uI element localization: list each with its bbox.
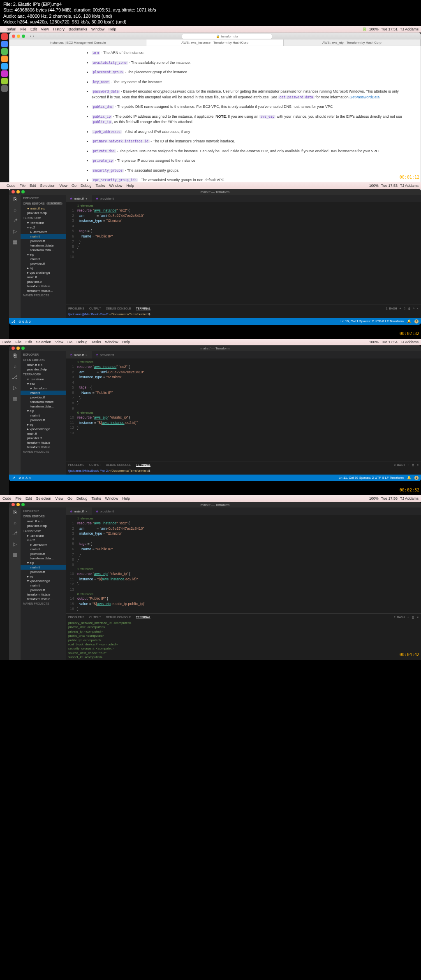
menu-edit[interactable]: Edit — [25, 340, 32, 344]
menu-window[interactable]: Window — [91, 27, 104, 31]
tree-file[interactable]: provider.tf — [21, 395, 66, 400]
editor-tab[interactable]: ⬘main.tf× — [66, 351, 92, 358]
menu-file[interactable]: File — [20, 184, 26, 188]
tree-file[interactable]: main.tf — [21, 391, 66, 395]
bell-icon[interactable]: 🔔 — [407, 319, 411, 324]
tree-folder[interactable]: .terraform — [21, 542, 66, 547]
tree-folder[interactable]: sg — [21, 422, 66, 427]
tree-folder[interactable]: vpc-challenge — [21, 579, 66, 583]
tree-file[interactable]: main.tf — [21, 565, 66, 570]
status-cursor[interactable]: Ln 10, Col 1 Spaces: 2 UTF-8 LF Terrafor… — [340, 319, 404, 324]
dock-app[interactable] — [1, 70, 8, 77]
tree-file[interactable]: main.tf — [21, 234, 66, 239]
scm-icon[interactable]: ⎇ — [12, 531, 18, 537]
editor-tab[interactable]: ⬘main.tf● — [66, 195, 92, 202]
tree-folder[interactable]: sg — [21, 574, 66, 579]
menu-edit[interactable]: Edit — [30, 184, 36, 188]
editor-tab[interactable]: ⬘provider.tf — [92, 507, 118, 515]
tree-file[interactable]: terraform.tfstate — [21, 243, 66, 248]
tree-folder[interactable]: ec2 — [21, 538, 66, 542]
window-controls[interactable] — [12, 347, 25, 350]
tree-folder[interactable]: vpc-challenge — [21, 427, 66, 431]
tree-file[interactable]: terraform.tfstate — [21, 284, 66, 289]
maven-header[interactable]: MAVEN PROJECTS — [21, 449, 66, 454]
tree-folder[interactable]: sg — [21, 266, 66, 270]
dock-app[interactable] — [1, 85, 8, 92]
menu-app[interactable]: Safari — [7, 27, 16, 31]
browser-tab[interactable]: AWS: aws_instance - Terraform by HashiCo… — [146, 40, 283, 46]
tree-file[interactable]: provider.tf — [21, 239, 66, 243]
dock-app[interactable] — [1, 33, 8, 40]
close-icon[interactable]: × — [417, 463, 419, 467]
warn-badge[interactable]: 1 — [414, 476, 419, 480]
tree-file[interactable]: terraform.tfstate — [21, 440, 66, 445]
editor-tab[interactable]: ⬘provider.tf — [92, 351, 118, 358]
tree-file[interactable]: terraform.tfstate... — [21, 445, 66, 449]
search-icon[interactable]: ⌕ — [12, 363, 18, 370]
status-branch[interactable]: ⎇ — [12, 476, 15, 480]
menu-history[interactable]: History — [53, 27, 65, 31]
tree-file[interactable]: provider.tf — [21, 418, 66, 422]
menu-tasks[interactable]: Tasks — [91, 340, 101, 344]
workspace-header[interactable]: TERRAFORM — [21, 372, 66, 377]
close-icon[interactable]: × — [86, 353, 88, 357]
browser-tab[interactable]: AWS: aws_eip - Terraform by HashiCorp — [284, 40, 421, 46]
menu-go[interactable]: Go — [67, 496, 72, 500]
tree-file[interactable]: main.tf — [21, 431, 66, 436]
window-controls[interactable] — [12, 35, 25, 38]
code-editor[interactable]: 1 references1resource "aws_instance" "ec… — [66, 515, 421, 613]
tree-folder[interactable]: ec2 — [21, 225, 66, 230]
menu-file[interactable]: File — [16, 340, 22, 344]
menu-go[interactable]: Go — [72, 184, 76, 188]
terminal[interactable]: tjaddams@MacBook-Pro-2:~/Documents/Terra… — [68, 468, 419, 474]
maven-header[interactable]: MAVEN PROJECTS — [21, 293, 66, 298]
menu-app[interactable]: Code — [2, 340, 12, 344]
trash-icon[interactable]: 🗑 — [412, 616, 414, 619]
panel-tab[interactable]: OUTPUT — [89, 616, 101, 619]
panel-tab[interactable]: OUTPUT — [89, 307, 101, 310]
menu-bookmarks[interactable]: Bookmarks — [69, 27, 87, 31]
open-editors-header[interactable]: OPEN EDITORS — [23, 358, 45, 361]
search-icon[interactable]: ⌕ — [12, 520, 18, 526]
tree-folder[interactable]: ec2 — [21, 382, 66, 386]
split-icon[interactable]: ▯ — [404, 307, 405, 310]
status-problems[interactable]: ⊘ 0 ⚠ 0 — [19, 476, 31, 480]
extensions-icon[interactable]: ▦ — [12, 239, 18, 246]
trash-icon[interactable]: 🗑 — [408, 307, 411, 310]
menu-view[interactable]: View — [56, 496, 63, 500]
open-editor-item[interactable]: main.tf eip — [21, 519, 66, 524]
workspace-header[interactable]: TERRAFORM — [21, 215, 66, 221]
menu-view[interactable]: View — [41, 27, 49, 31]
editor-tab[interactable]: ⬘main.tf× — [66, 507, 92, 515]
tree-file[interactable]: terraform.tfstate... — [21, 597, 66, 601]
tree-file[interactable]: main.tf — [21, 275, 66, 279]
close-icon[interactable]: × — [86, 510, 88, 513]
close-icon[interactable]: ● — [86, 197, 88, 200]
dock-app[interactable] — [1, 41, 8, 47]
status-branch[interactable]: ⎇ — [12, 320, 15, 324]
tree-file[interactable]: main.tf — [21, 547, 66, 552]
plus-icon[interactable]: + — [407, 616, 409, 619]
dock-app[interactable] — [1, 78, 8, 84]
menu-help[interactable]: Help — [123, 496, 130, 500]
window-controls[interactable] — [12, 190, 25, 193]
menu-debug[interactable]: Debug — [76, 340, 88, 344]
tree-folder[interactable]: .terraform — [21, 377, 66, 382]
menu-selection[interactable]: Selection — [36, 340, 51, 344]
menu-selection[interactable]: Selection — [40, 184, 56, 188]
search-icon[interactable]: ⌕ — [12, 207, 18, 214]
status-problems[interactable]: ⊘ 0 ⚠ 0 — [19, 320, 31, 324]
terminal-selector[interactable]: 1: bash — [386, 307, 397, 310]
menu-tasks[interactable]: Tasks — [91, 496, 101, 500]
terminal-selector[interactable]: 1: bash — [394, 616, 405, 619]
back-icon[interactable]: ‹ — [30, 34, 31, 38]
tree-file[interactable]: terraform.tfstate — [21, 592, 66, 597]
debug-icon[interactable]: ▷ — [12, 385, 18, 391]
menu-edit[interactable]: Edit — [25, 496, 32, 500]
panel-tab[interactable]: TERMINAL — [136, 463, 150, 467]
open-editor-item[interactable]: provider.tf eip — [21, 211, 66, 215]
menu-help[interactable]: Help — [123, 340, 130, 344]
tree-file[interactable]: main.tf — [21, 583, 66, 588]
menu-go[interactable]: Go — [67, 340, 72, 344]
maximize-icon[interactable]: ^ — [413, 307, 414, 310]
